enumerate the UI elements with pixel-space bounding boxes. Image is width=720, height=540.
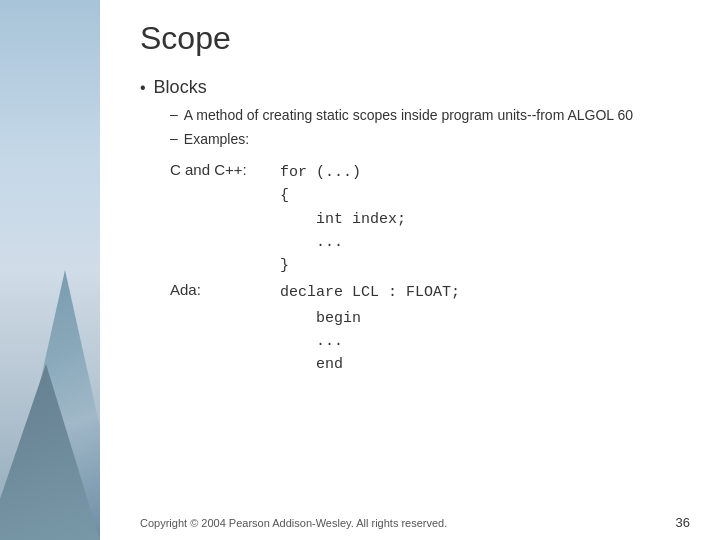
footer-copyright: Copyright © 2004 Pearson Addison-Wesley.…	[140, 517, 447, 529]
c-code-line-2: {	[280, 184, 690, 207]
sub-bullet-1: – A method of creating static scopes ins…	[170, 106, 690, 126]
sub-bullet-2: – Examples:	[170, 130, 690, 150]
c-code-line-3: int index;	[280, 208, 690, 231]
ada-code-line-1: declare LCL : FLOAT;	[280, 281, 460, 304]
code-row-ada: Ada: declare LCL : FLOAT;	[170, 281, 690, 304]
sub-bullet-text-1: A method of creating static scopes insid…	[184, 106, 633, 126]
sub-dash-2: –	[170, 130, 178, 146]
c-code-block: { int index; ... }	[280, 184, 690, 277]
ada-code-line-2: begin	[280, 307, 690, 330]
slide-number: 36	[676, 515, 690, 530]
ada-code-block: begin ... end	[280, 307, 690, 377]
sub-bullets-list: – A method of creating static scopes ins…	[170, 106, 690, 149]
c-code-line-5: }	[280, 254, 690, 277]
bullet-dot: •	[140, 79, 146, 97]
sub-dash-1: –	[170, 106, 178, 122]
slide-footer: Copyright © 2004 Pearson Addison-Wesley.…	[100, 515, 720, 530]
ada-code-line-3: ...	[280, 330, 690, 353]
ada-code-line-4: end	[280, 353, 690, 376]
ada-label: Ada:	[170, 281, 280, 304]
sub-bullet-text-2: Examples:	[184, 130, 249, 150]
c-code-line-4: ...	[280, 231, 690, 254]
c-label: C and C++:	[170, 161, 280, 184]
slide-content: Scope • Blocks – A method of creating st…	[100, 0, 720, 540]
main-bullet-text: Blocks	[154, 77, 207, 98]
main-bullet: • Blocks	[140, 77, 690, 98]
code-row-c: C and C++: for (...)	[170, 161, 690, 184]
slide-title: Scope	[140, 20, 690, 57]
c-code-line-1: for (...)	[280, 161, 361, 184]
